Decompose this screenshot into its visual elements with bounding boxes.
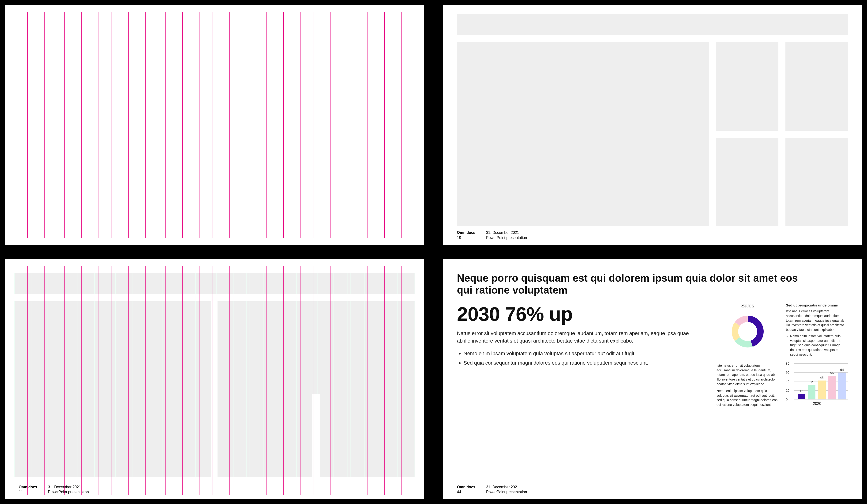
body-paragraph: Natus error sit voluptatem accusantium d… bbox=[457, 330, 695, 345]
donut-chart-block: Sales bbox=[717, 303, 779, 357]
footer-doc: PowerPoint presentation bbox=[486, 490, 527, 495]
slide-layout-placeholders: Omnidocs 31. December 2021 19 PowerPoint… bbox=[443, 5, 863, 245]
body-bullet-list: Nemo enim ipsam voluptatem quia voluptas… bbox=[457, 350, 695, 367]
title-placeholder bbox=[14, 273, 415, 294]
content-placeholder-1 bbox=[716, 42, 779, 131]
slide-grid-columns bbox=[5, 5, 424, 245]
title-placeholder bbox=[457, 14, 848, 35]
footer-brand: Omnidocs bbox=[457, 484, 485, 490]
footer-doc: PowerPoint presentation bbox=[48, 490, 89, 495]
slide-content-example: Neque porro quisquam est qui dolorem ips… bbox=[443, 259, 863, 500]
column-grid bbox=[14, 12, 415, 238]
text-block-body: Iste natus error sit voluptatem accusant… bbox=[786, 309, 848, 332]
layout-placeholders bbox=[14, 266, 415, 477]
footer-page: 19 bbox=[457, 235, 485, 240]
footer-date: 31. December 2021 bbox=[486, 484, 519, 490]
content-placeholder-3 bbox=[716, 138, 779, 226]
footer-brand: Omnidocs bbox=[457, 230, 485, 235]
slide-footer: Omnidocs 31. December 2021 44 PowerPoint… bbox=[457, 484, 527, 495]
donut-chart bbox=[728, 312, 768, 352]
bar-chart: 02040608013344556642020 bbox=[786, 363, 848, 407]
content-placeholder-bottom-1 bbox=[217, 378, 312, 477]
footer-doc: PowerPoint presentation bbox=[486, 235, 527, 240]
slide-footer: Omnidocs 31. December 2021 19 PowerPoint… bbox=[457, 230, 527, 240]
content-placeholder-2 bbox=[785, 42, 848, 131]
footer-page: 44 bbox=[457, 490, 485, 495]
content-placeholder-bottom-2 bbox=[320, 378, 415, 477]
text-block-bullet: Nemo enim ipsam voluptatem quia voluptas… bbox=[790, 334, 848, 357]
list-item: Nemo enim ipsam voluptatem quia voluptas… bbox=[464, 350, 695, 357]
slide-footer: Omnidocs 31. December 2021 11 PowerPoint… bbox=[19, 484, 89, 495]
footer-date: 31. December 2021 bbox=[48, 484, 81, 490]
text-block-heading: Sed ut perspiciatis unde omnis bbox=[786, 303, 848, 308]
content-placeholder-4 bbox=[785, 138, 848, 226]
headline-stat: 2030 76% up bbox=[457, 303, 707, 325]
list-item: Sed quia consequuntur magni dolores eos … bbox=[464, 359, 695, 367]
footer-date: 31. December 2021 bbox=[486, 230, 519, 235]
small-text-block: Iste natus error sit voluptatem accusant… bbox=[717, 363, 779, 407]
footer-brand: Omnidocs bbox=[19, 484, 47, 490]
small-para-1: Iste natus error sit voluptatem accusant… bbox=[717, 363, 779, 386]
content-placeholder-main bbox=[14, 301, 211, 477]
content-placeholder-main bbox=[457, 42, 709, 226]
slide-grid-with-layout: Omnidocs 31. December 2021 11 PowerPoint… bbox=[5, 259, 424, 500]
footer-page: 11 bbox=[19, 490, 47, 495]
slide-title: Neque porro quisquam est qui dolorem ips… bbox=[457, 272, 801, 297]
small-para-2: Nemo enim ipsam voluptatem quia voluptas… bbox=[717, 389, 779, 407]
text-block-right: Sed ut perspiciatis unde omnis Iste natu… bbox=[786, 303, 848, 357]
chart-title: Sales bbox=[717, 303, 779, 309]
